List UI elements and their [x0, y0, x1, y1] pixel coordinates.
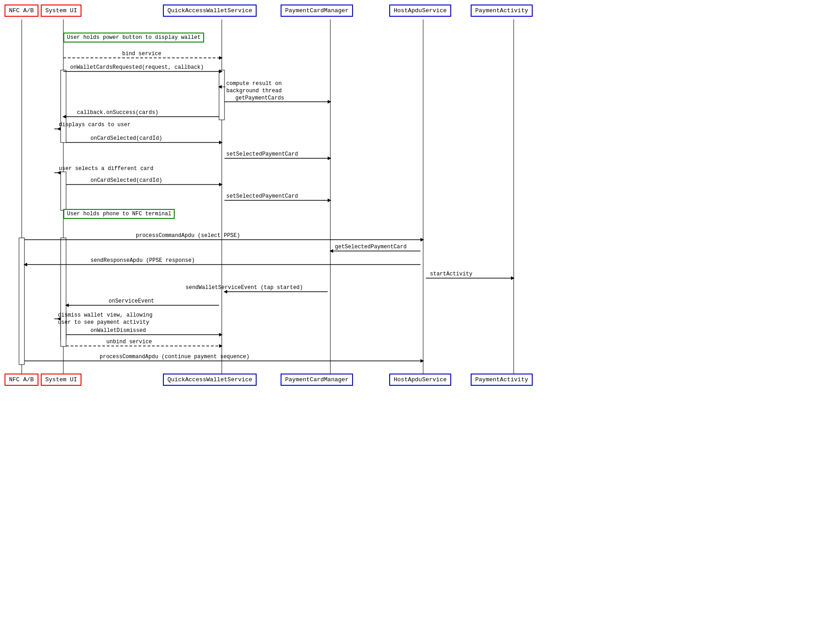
compute-note-line1: compute result on — [226, 80, 282, 87]
note-nfc-terminal: User holds phone to NFC terminal — [63, 209, 175, 219]
userselects-label: user selects a different card — [59, 166, 153, 172]
actor-qaws-bottom: QuickAccessWalletService — [163, 374, 257, 386]
activation-qaws-1 — [219, 70, 224, 120]
msg-sendresponse-arrow — [24, 263, 27, 266]
msg-oncard2-label: onCardSelected(cardId) — [91, 177, 162, 184]
actor-has-top: HostApduService — [389, 5, 451, 17]
msg-process2-label: processCommandApdu (continue payment seq… — [100, 354, 249, 360]
actor-has-bottom: HostApduService — [389, 374, 451, 386]
displays-label: displays cards to user — [59, 122, 130, 128]
msg-process2-arrow — [420, 359, 424, 363]
compute-note-line2: background thread — [226, 88, 282, 94]
msg-onwallet-dismissed-arrow — [219, 333, 223, 336]
activation-sysui-1 — [61, 70, 66, 142]
userselects-self-arrow — [57, 171, 61, 175]
msg-onwallet-label: onWalletCardsRequested(request, callback… — [70, 64, 204, 71]
activation-sysui-3 — [61, 312, 66, 339]
msg-callback-arrow — [62, 115, 66, 118]
msg-setselected1-label: setSelectedPaymentCard — [226, 151, 298, 157]
msg-startactivity-label: startActivity — [430, 271, 472, 277]
msg-sendresponse-label: sendResponseApdu (PPSE response) — [91, 257, 195, 264]
actor-sysui-bottom: System UI — [41, 374, 81, 386]
msg-onservice-label: onServiceEvent — [109, 298, 154, 304]
msg-oncard2-arrow — [219, 183, 223, 186]
activation-sysui-nfc — [61, 238, 66, 346]
actor-pa-bottom: PaymentActivity — [471, 374, 533, 386]
msg-process1-arrow — [420, 238, 424, 242]
msg-unbind-arrow — [219, 344, 223, 348]
msg-getpaymentcards-label: getPaymentCards — [235, 95, 284, 101]
dismiss-label2: user to see payment activity — [58, 319, 149, 326]
msg-oncard1-arrow — [219, 141, 223, 144]
msg-onwallet-arrow — [219, 70, 223, 73]
displays-self-arrow — [57, 127, 61, 131]
actor-pa-top: PaymentActivity — [471, 5, 533, 17]
dismiss-label1: dismiss wallet view, allowing — [58, 312, 153, 318]
msg-startactivity-arrow — [511, 276, 515, 280]
msg-bind-service-label: bind service — [122, 51, 161, 57]
msg-setselected2-label: setSelectedPaymentCard — [226, 193, 298, 199]
msg-sendwallet-arrow — [224, 290, 227, 294]
msg-bind-service-arrow — [219, 56, 223, 60]
compute-note-bg — [225, 79, 302, 95]
msg-onwallet-dismissed-label: onWalletDismissed — [91, 327, 146, 334]
svg-marker-1 — [218, 85, 222, 89]
msg-unbind-label: unbind service — [106, 339, 152, 345]
actor-nfc-bottom: NFC A/B — [5, 374, 38, 386]
actor-pcm-bottom: PaymentCardManager — [281, 374, 353, 386]
actor-pcm-top: PaymentCardManager — [281, 5, 353, 17]
actor-sysui-top: System UI — [41, 5, 81, 17]
diagram-svg: bind service onWalletCardsRequested(requ… — [0, 0, 563, 398]
msg-setselected1-arrow — [328, 156, 331, 160]
msg-oncard1-label: onCardSelected(cardId) — [91, 135, 162, 142]
msg-getselected-arrow — [329, 249, 333, 253]
actor-qaws-top: QuickAccessWalletService — [163, 5, 257, 17]
msg-getselected-label: getSelectedPaymentCard — [335, 244, 406, 250]
dismiss-self-arrow — [57, 317, 61, 321]
msg-getpaymentcards-arrow — [328, 100, 331, 104]
diagram-container: NFC A/B System UI QuickAccessWalletServi… — [0, 0, 563, 398]
msg-sendwallet-label: sendWalletServiceEvent (tap started) — [186, 284, 303, 291]
actor-nfc-top: NFC A/B — [5, 5, 38, 17]
activation-sysui-2 — [61, 172, 66, 210]
msg-setselected2-arrow — [328, 199, 331, 202]
note-power-button: User holds power button to display walle… — [63, 33, 204, 43]
msg-process1-label: processCommandApdu (select PPSE) — [136, 232, 240, 239]
activation-nfc — [19, 238, 24, 365]
msg-callback-label: callback.onSuccess(cards) — [77, 109, 158, 116]
msg-onservice-arrow — [65, 303, 69, 307]
